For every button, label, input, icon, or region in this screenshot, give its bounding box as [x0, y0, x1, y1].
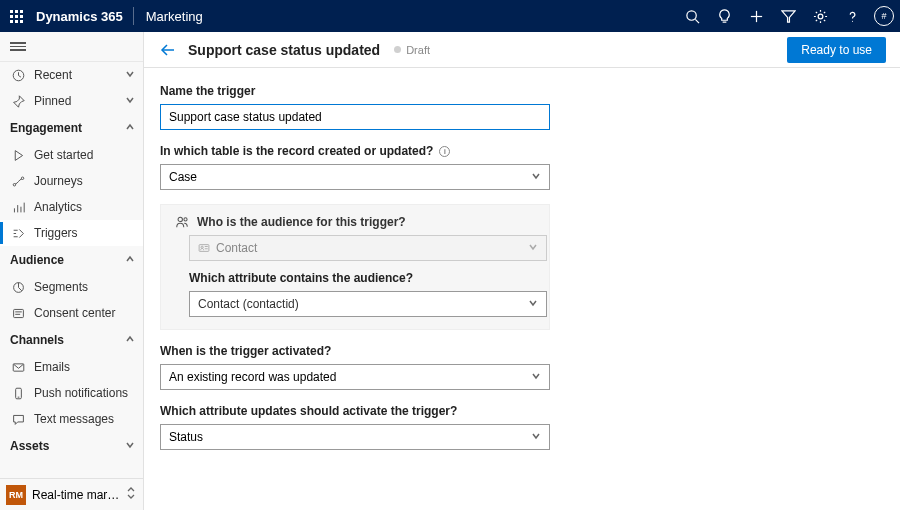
- chevron-up-icon: [125, 333, 135, 347]
- help-icon[interactable]: [836, 0, 868, 32]
- hamburger-icon[interactable]: [10, 40, 26, 53]
- email-icon: [10, 361, 26, 374]
- sidebar-item-label: Triggers: [34, 226, 78, 240]
- sidebar-item-analytics[interactable]: Analytics: [0, 194, 143, 220]
- consent-icon: [10, 307, 26, 320]
- sidebar-item-label: Consent center: [34, 306, 115, 320]
- sidebar-item-label: Journeys: [34, 174, 83, 188]
- clock-icon: [10, 69, 26, 82]
- sidebar-item-push[interactable]: Push notifications: [0, 380, 143, 406]
- filter-icon[interactable]: [772, 0, 804, 32]
- chevron-down-icon: [531, 370, 541, 384]
- svg-marker-5: [781, 10, 794, 21]
- app-launcher-icon[interactable]: [0, 0, 32, 32]
- add-icon[interactable]: [740, 0, 772, 32]
- sidebar-item-emails[interactable]: Emails: [0, 354, 143, 380]
- area-badge: RM: [6, 485, 26, 505]
- sidebar-item-consent-center[interactable]: Consent center: [0, 300, 143, 326]
- play-icon: [10, 149, 26, 162]
- sidebar-item-get-started[interactable]: Get started: [0, 142, 143, 168]
- name-trigger-label: Name the trigger: [160, 84, 884, 98]
- chevron-down-icon: [125, 439, 135, 453]
- svg-line-1: [695, 19, 699, 23]
- sidebar-item-label: Emails: [34, 360, 70, 374]
- updown-icon: [125, 487, 137, 502]
- svg-rect-29: [199, 245, 209, 252]
- when-select[interactable]: An existing record was updated: [160, 364, 550, 390]
- sidebar-item-pinned[interactable]: Pinned: [0, 88, 143, 114]
- sidebar-item-recent[interactable]: Recent: [0, 62, 143, 88]
- audience-panel: Who is the audience for this trigger? Co…: [160, 204, 550, 330]
- when-label: When is the trigger activated?: [160, 344, 884, 358]
- sidebar: Recent Pinned Engagement Get started Jou…: [0, 32, 144, 510]
- info-icon[interactable]: i: [439, 146, 450, 157]
- sidebar-item-label: Pinned: [34, 94, 71, 108]
- chevron-up-icon: [125, 253, 135, 267]
- sidebar-section-audience[interactable]: Audience: [0, 246, 143, 274]
- sidebar-section-engagement[interactable]: Engagement: [0, 114, 143, 142]
- audience-attr-label: Which attribute contains the audience?: [171, 271, 539, 285]
- back-button[interactable]: [158, 40, 178, 60]
- status-badge: Draft: [394, 44, 430, 56]
- audience-entity-select: Contact: [189, 235, 547, 261]
- which-attr-select[interactable]: Status: [160, 424, 550, 450]
- svg-point-27: [178, 217, 182, 221]
- svg-marker-9: [15, 150, 22, 160]
- push-icon: [10, 387, 26, 400]
- sidebar-item-label: Text messages: [34, 412, 114, 426]
- sidebar-item-label: Get started: [34, 148, 93, 162]
- trigger-icon: [10, 227, 26, 240]
- chevron-down-icon: [528, 297, 538, 311]
- area-label: Real-time marketi…: [32, 488, 125, 502]
- area-switcher[interactable]: RM Real-time marketi…: [0, 478, 143, 510]
- sidebar-item-triggers[interactable]: Triggers: [0, 220, 143, 246]
- svg-point-7: [851, 20, 852, 21]
- sidebar-item-journeys[interactable]: Journeys: [0, 168, 143, 194]
- table-select[interactable]: Case: [160, 164, 550, 190]
- pin-icon: [10, 95, 26, 108]
- sidebar-item-segments[interactable]: Segments: [0, 274, 143, 300]
- table-label: In which table is the record created or …: [160, 144, 884, 158]
- audience-attr-select[interactable]: Contact (contactid): [189, 291, 547, 317]
- audience-title: Who is the audience for this trigger?: [171, 215, 539, 229]
- chevron-down-icon: [531, 170, 541, 184]
- top-nav: Dynamics 365 Marketing #: [0, 0, 900, 32]
- app-name-label: Marketing: [134, 9, 215, 24]
- journey-icon: [10, 175, 26, 188]
- chevron-down-icon: [125, 68, 135, 82]
- svg-point-0: [686, 10, 695, 19]
- svg-point-6: [818, 14, 823, 19]
- settings-icon[interactable]: [804, 0, 836, 32]
- brand-label: Dynamics 365: [32, 9, 133, 24]
- sms-icon: [10, 413, 26, 426]
- page-title: Support case status updated: [188, 42, 380, 58]
- trigger-name-input[interactable]: [160, 104, 550, 130]
- lightbulb-icon[interactable]: [708, 0, 740, 32]
- which-attr-label: Which attribute updates should activate …: [160, 404, 884, 418]
- chevron-down-icon: [125, 94, 135, 108]
- sidebar-item-label: Analytics: [34, 200, 82, 214]
- analytics-icon: [10, 201, 26, 214]
- ready-to-use-button[interactable]: Ready to use: [787, 37, 886, 63]
- search-icon[interactable]: [676, 0, 708, 32]
- svg-rect-20: [13, 309, 23, 317]
- sidebar-item-label: Push notifications: [34, 386, 128, 400]
- sidebar-item-label: Segments: [34, 280, 88, 294]
- svg-point-28: [184, 218, 187, 221]
- user-avatar[interactable]: #: [868, 0, 900, 32]
- contact-card-icon: [198, 242, 210, 254]
- sidebar-section-assets[interactable]: Assets: [0, 432, 143, 460]
- command-bar: Support case status updated Draft Ready …: [144, 32, 900, 68]
- sidebar-item-text-messages[interactable]: Text messages: [0, 406, 143, 432]
- sidebar-item-label: Recent: [34, 68, 72, 82]
- sidebar-section-channels[interactable]: Channels: [0, 326, 143, 354]
- chevron-down-icon: [531, 430, 541, 444]
- segments-icon: [10, 281, 26, 294]
- chevron-up-icon: [125, 121, 135, 135]
